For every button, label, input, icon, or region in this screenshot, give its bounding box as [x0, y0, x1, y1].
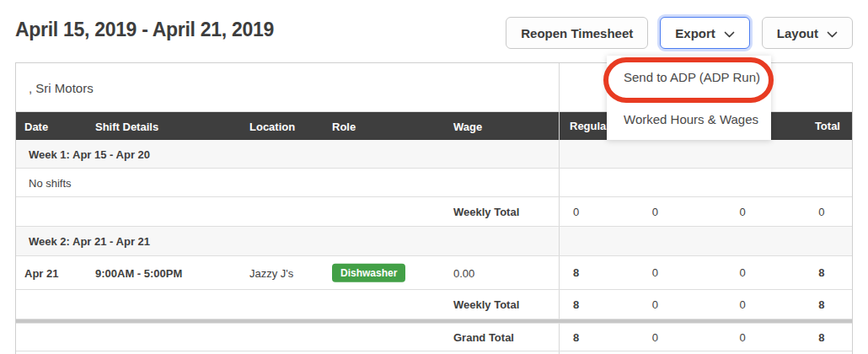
grand-total-col2: 0 [633, 324, 706, 351]
no-shifts-label: No shifts [29, 176, 72, 189]
week1-total-total: 0 [779, 197, 852, 226]
week1-label: Week 1: Apr 15 - Apr 20 [29, 148, 150, 160]
week2-total-total: 8 [779, 290, 852, 319]
reopen-timesheet-button[interactable]: Reopen Timesheet [506, 17, 648, 49]
reopen-timesheet-label: Reopen Timesheet [521, 26, 633, 40]
week1-total-col2: 0 [633, 197, 706, 226]
week2-total-regular: 8 [560, 290, 633, 319]
role-badge-wrap: Dishwasher [332, 263, 405, 282]
layout-button[interactable]: Layout [762, 17, 853, 49]
menu-item-send-to-adp[interactable]: Send to ADP (ADP Run) [607, 56, 771, 98]
chevron-down-icon [827, 26, 838, 40]
export-label: Export [675, 26, 715, 40]
grand-total-total: 8 [779, 324, 852, 351]
shift-total-hours: 8 [779, 256, 852, 289]
export-dropdown-menu: Send to ADP (ADP Run) Worked Hours & Wag… [607, 56, 771, 140]
shift-col3-hours: 0 [705, 256, 779, 289]
shift-row: Apr 21 9:00AM - 5:00PM Jazzy J's Dishwas… [16, 256, 852, 290]
company-name: , Sri Motors [29, 80, 94, 94]
shift-time: 9:00AM - 5:00PM [95, 266, 182, 279]
toolbar: Reopen Timesheet Export Layout [506, 17, 853, 49]
week2-total-col3: 0 [705, 290, 779, 319]
timesheet-page: April 15, 2019 - April 21, 2019 Reopen T… [0, 0, 868, 354]
export-button[interactable]: Export [660, 17, 750, 49]
chevron-down-icon [724, 26, 735, 40]
grand-total-label: Grand Total [453, 331, 514, 344]
week2-weekly-total-row: Weekly Total 8 0 0 8 [16, 290, 852, 319]
grand-total-row: Grand Total 8 0 0 8 [16, 324, 852, 351]
week2-header-row: Week 2: Apr 21 - Apr 21 [16, 227, 852, 256]
column-header-date: Date [24, 120, 48, 132]
week1-total-col3: 0 [705, 197, 779, 226]
week2-total-col2: 0 [633, 290, 706, 319]
column-header-location: Location [249, 120, 295, 132]
role-badge: Dishwasher [332, 263, 405, 282]
weekly-total-label: Weekly Total [453, 298, 519, 311]
week1-weekly-total-row: Weekly Total 0 0 0 0 [16, 197, 852, 227]
layout-label: Layout [777, 26, 818, 40]
shift-date: Apr 21 [24, 266, 58, 279]
column-header-total: Total [779, 112, 852, 140]
week1-total-regular: 0 [560, 197, 633, 226]
weekly-total-label: Weekly Total [453, 206, 519, 218]
shift-wage: 0.00 [453, 266, 474, 279]
menu-item-worked-hours-wages[interactable]: Worked Hours & Wages [607, 98, 771, 140]
shift-regular-hours: 8 [560, 256, 633, 289]
week1-header-row: Week 1: Apr 15 - Apr 20 [16, 140, 852, 169]
page-title: April 15, 2019 - April 21, 2019 [15, 19, 274, 41]
column-header-shift-details: Shift Details [95, 120, 158, 132]
shift-location: Jazzy J's [249, 266, 293, 279]
column-header-role: Role [332, 120, 356, 132]
grand-total-regular: 8 [560, 324, 633, 351]
column-header-wage: Wage [453, 120, 482, 132]
week2-label: Week 2: Apr 21 - Apr 21 [29, 235, 150, 248]
shift-col2-hours: 0 [633, 256, 706, 289]
no-shifts-row: No shifts [16, 169, 852, 197]
grand-total-col3: 0 [705, 324, 779, 351]
